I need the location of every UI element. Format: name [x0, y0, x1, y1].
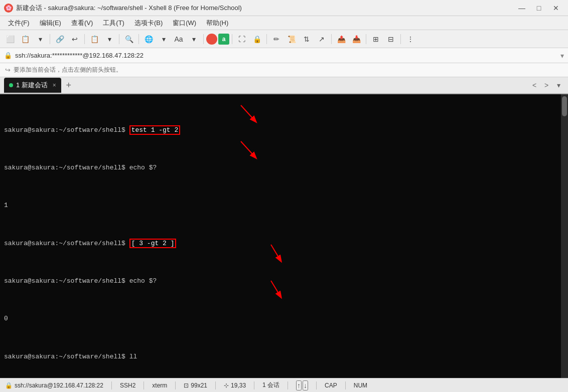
- size-icon: ⊡: [184, 382, 189, 389]
- status-sep7: [316, 381, 317, 389]
- terminal[interactable]: sakura@sakura:~/software/shell$ test 1 -…: [0, 94, 561, 378]
- window-controls: — □ ✕: [514, 2, 564, 15]
- scroll-thumb[interactable]: [562, 96, 567, 116]
- more-button[interactable]: ⋮: [403, 32, 417, 46]
- protocol-text: SSH2: [120, 382, 135, 389]
- menu-tabs[interactable]: 选项卡(B): [130, 18, 167, 29]
- sep3: [119, 34, 119, 44]
- tab-next-button[interactable]: >: [541, 80, 552, 91]
- connection-status: 🔒 ssh://sakura@192.168.47.128:22: [5, 382, 103, 389]
- position-icon: ⊹: [224, 382, 229, 389]
- new-session-button[interactable]: ⬜: [3, 32, 17, 46]
- terminal-line-4: sakura@sakura:~/software/shell$ [ 3 -gt …: [4, 239, 557, 249]
- sep5: [203, 34, 204, 44]
- sftp-button[interactable]: ↗: [315, 32, 329, 46]
- lock-button[interactable]: 🔒: [250, 32, 264, 46]
- dropdown2[interactable]: ▾: [102, 32, 116, 46]
- tab-navigation: < > ▾: [529, 80, 564, 91]
- size-text: 99x21: [191, 382, 207, 389]
- dropdown-arrow-icon[interactable]: ▾: [560, 52, 564, 60]
- terminal-container: sakura@sakura:~/software/shell$ test 1 -…: [0, 94, 568, 378]
- transfer-button[interactable]: ⇅: [300, 32, 314, 46]
- caps-lock-status: CAP: [325, 382, 337, 389]
- receive-button[interactable]: 📥: [349, 32, 363, 46]
- title-bar-left: 🌸 新建会话 - sakura@sakura: ~/software/shell…: [4, 4, 242, 13]
- menu-help[interactable]: 帮助(H): [202, 18, 232, 29]
- num-text: NUM: [354, 382, 367, 389]
- layout2-button[interactable]: ⊟: [384, 32, 398, 46]
- app-icon: 🌸: [4, 4, 13, 13]
- position-text: 19,33: [231, 382, 246, 389]
- add-tab-button[interactable]: +: [62, 79, 75, 92]
- sep4: [138, 34, 139, 44]
- tab-active[interactable]: 1 新建会话 ×: [4, 78, 61, 93]
- scroll-down-button[interactable]: ↓: [303, 380, 308, 390]
- status-sep1: [111, 381, 112, 389]
- vertical-scrollbar[interactable]: [561, 94, 568, 378]
- connect-button[interactable]: 🔗: [53, 32, 67, 46]
- terminal-line-1: sakura@sakura:~/software/shell$ test 1 -…: [4, 126, 557, 135]
- globe-button[interactable]: 🌐: [141, 32, 156, 46]
- dropdown3[interactable]: ▾: [157, 32, 171, 46]
- status-sep6: [288, 381, 288, 389]
- send-button[interactable]: 📤: [334, 32, 348, 46]
- tab-strip: 1 新建会话 × + < > ▾: [0, 77, 568, 94]
- sep10: [400, 34, 401, 44]
- status-sep5: [254, 381, 254, 389]
- address-bar: 🔒 ssh://sakura:************@192.168.47.1…: [0, 48, 568, 63]
- layout-button[interactable]: ⊞: [369, 32, 383, 46]
- tab-label: 1 新建会话: [16, 81, 48, 90]
- sep9: [366, 34, 366, 44]
- position-status: ⊹ 19,33: [224, 382, 246, 389]
- sessions-text: 1 会话: [262, 381, 279, 389]
- toolbar: ⬜ 📋 ▾ 🔗 ↩ 📋 ▾ 🔍 🌐 ▾ Aa ▾ a ⛶ 🔒 ✏ 📜 ⇅ ↗ 📤…: [0, 30, 568, 48]
- terminal-content: sakura@sakura:~/software/shell$ test 1 -…: [4, 97, 557, 378]
- protocol-status: SSH2: [120, 382, 135, 389]
- terminal-line-3: 1: [4, 201, 557, 211]
- sep7: [266, 34, 267, 44]
- compose-button[interactable]: ✏: [269, 32, 283, 46]
- xftp-logo[interactable]: a: [218, 34, 229, 45]
- add-session-icon: ↪: [5, 66, 11, 74]
- search-button[interactable]: 🔍: [122, 32, 136, 46]
- close-button[interactable]: ✕: [548, 2, 564, 15]
- terminal-type-text: xterm: [152, 382, 167, 389]
- menu-file[interactable]: 文件(F): [4, 18, 34, 29]
- menu-tools[interactable]: 工具(T): [99, 18, 128, 29]
- sep8: [331, 34, 332, 44]
- tab-status-dot: [9, 83, 13, 87]
- font-button[interactable]: Aa: [172, 32, 186, 46]
- window-title: 新建会话 - sakura@sakura: ~/software/shell -…: [16, 4, 242, 13]
- tab-list-button[interactable]: ▾: [553, 80, 564, 91]
- menu-window[interactable]: 窗口(W): [169, 18, 200, 29]
- terminal-line-2: sakura@sakura:~/software/shell$ echo $?: [4, 163, 557, 173]
- menu-edit[interactable]: 编辑(E): [36, 18, 65, 29]
- address-text: ssh://sakura:************@192.168.47.128…: [15, 52, 557, 59]
- minimize-button[interactable]: —: [514, 2, 530, 15]
- menu-view[interactable]: 查看(V): [67, 18, 97, 29]
- sep6: [232, 34, 232, 44]
- fullscreen-button[interactable]: ⛶: [235, 32, 249, 46]
- dropdown4[interactable]: ▾: [187, 32, 201, 46]
- cap-text: CAP: [325, 382, 337, 389]
- tab-prev-button[interactable]: <: [529, 80, 540, 91]
- status-sep3: [175, 381, 176, 389]
- status-sep8: [345, 381, 346, 389]
- lock-icon: 🔒: [4, 52, 12, 59]
- status-sep2: [144, 381, 144, 389]
- terminal-line-5: sakura@sakura:~/software/shell$ echo $?: [4, 277, 557, 286]
- maximize-button[interactable]: □: [531, 2, 547, 15]
- dropdown1[interactable]: ▾: [33, 32, 47, 46]
- title-bar: 🌸 新建会话 - sakura@sakura: ~/software/shell…: [0, 0, 568, 16]
- size-status: ⊡ 99x21: [184, 382, 207, 389]
- scroll-up-button[interactable]: ↑: [296, 380, 302, 390]
- open-button[interactable]: 📋: [18, 32, 32, 46]
- connection-text: ssh://sakura@192.168.47.128:22: [15, 382, 103, 389]
- script-button[interactable]: 📜: [285, 32, 299, 46]
- copy-paste-button[interactable]: 📋: [87, 32, 101, 46]
- terminal-line-7: sakura@sakura:~/software/shell$ ll: [4, 352, 557, 362]
- menu-bar: 文件(F) 编辑(E) 查看(V) 工具(T) 选项卡(B) 窗口(W) 帮助(…: [0, 16, 568, 30]
- back-button[interactable]: ↩: [68, 32, 82, 46]
- tab-hint-bar: ↪ 要添加当前会话，点击左侧的箭头按钮。: [0, 63, 568, 77]
- tab-close-button[interactable]: ×: [53, 82, 56, 89]
